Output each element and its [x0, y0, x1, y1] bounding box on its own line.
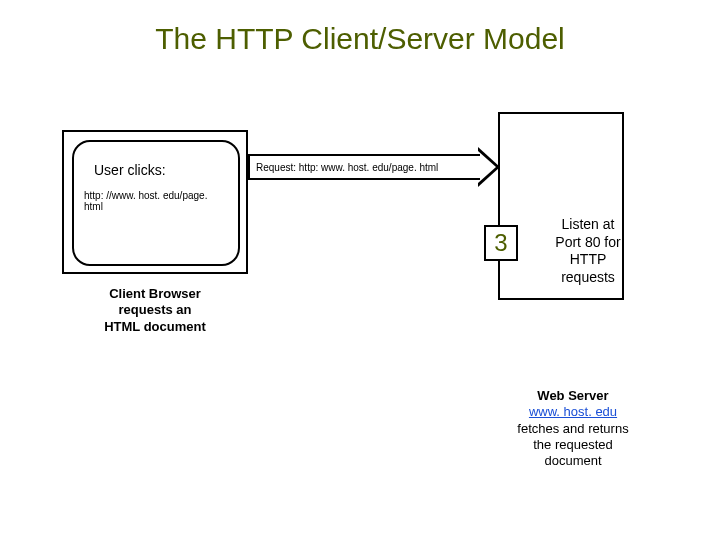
- client-caption-line: HTML document: [62, 319, 248, 335]
- listen-line: Listen at: [540, 216, 636, 234]
- client-caption-line: Client Browser: [62, 286, 248, 302]
- request-arrow-head-fill: [478, 151, 496, 183]
- client-caption-line: requests an: [62, 302, 248, 318]
- user-clicks-label: User clicks:: [84, 162, 228, 178]
- clicked-url: http: //www. host. edu/page. html: [84, 190, 228, 212]
- listen-line: requests: [540, 269, 636, 287]
- request-arrow: Request: http: www. host. edu/page. html: [248, 154, 480, 180]
- client-caption: Client Browser requests an HTML document: [62, 286, 248, 335]
- server-caption-link: www. host. edu: [498, 404, 648, 420]
- server-caption: Web Server www. host. edu fetches and re…: [498, 388, 648, 469]
- client-bubble: User clicks: http: //www. host. edu/page…: [72, 140, 240, 266]
- server-caption-line: document: [498, 453, 648, 469]
- server-caption-line: fetches and returns: [498, 421, 648, 437]
- client-browser-box: User clicks: http: //www. host. edu/page…: [62, 130, 248, 274]
- listen-line: HTTP: [540, 251, 636, 269]
- slide-title: The HTTP Client/Server Model: [0, 22, 720, 56]
- server-caption-line: the requested: [498, 437, 648, 453]
- step-badge-3: 3: [484, 225, 518, 261]
- server-caption-title: Web Server: [498, 388, 648, 404]
- request-label: Request: http: www. host. edu/page. html: [256, 162, 438, 173]
- server-listen-text: Listen at Port 80 for HTTP requests: [540, 216, 636, 286]
- listen-line: Port 80 for: [540, 234, 636, 252]
